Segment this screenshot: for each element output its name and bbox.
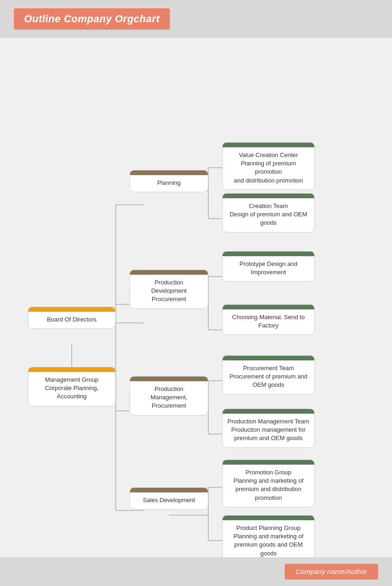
value-label: Value Creation CenterPlanning of premium… <box>223 147 314 189</box>
header: Outline Company Orgchart <box>0 0 392 38</box>
promotion-header-bar <box>223 460 314 465</box>
page-wrapper: Outline Company Orgchart <box>0 0 392 586</box>
planning-header-bar <box>130 170 208 175</box>
planning-label: Planning <box>130 175 208 192</box>
node-board: Board Of Directors <box>28 307 116 329</box>
prototype-label: Prototype Design andImprovement <box>223 256 314 281</box>
product-planning-label: Product Planning GroupPlanning and marke… <box>223 520 314 562</box>
management-header-bar <box>28 367 115 372</box>
header-title-box: Outline Company Orgchart <box>14 8 170 30</box>
footer-label: Company name/Author <box>296 567 367 575</box>
management-label: Management GroupCorporate Planning,Accou… <box>28 372 115 406</box>
node-product-planning: Product Planning GroupPlanning and marke… <box>222 515 315 563</box>
promotion-label: Promotion GroupPlanning and marketing of… <box>223 465 314 507</box>
prod-mgmt-header-bar <box>130 377 208 381</box>
footer: Company name/Author <box>0 557 392 586</box>
prod-team-header-bar <box>223 409 314 414</box>
node-prod-dev: ProductionDevelopmentProcurement <box>130 270 208 309</box>
node-sales: Sales Development <box>130 487 208 510</box>
node-value: Value Creation CenterPlanning of premium… <box>222 142 315 190</box>
sales-header-bar <box>130 488 208 492</box>
prod-team-label: Production Management TeamProduction man… <box>223 414 314 447</box>
product-planning-header-bar <box>223 516 314 520</box>
prod-dev-header-bar <box>130 270 208 275</box>
material-label: Choosing Material, Send toFactory <box>223 309 314 334</box>
board-header-bar <box>28 307 115 312</box>
node-prototype: Prototype Design andImprovement <box>222 251 315 282</box>
node-planning: Planning <box>130 170 208 192</box>
procurement-header-bar <box>223 356 314 360</box>
material-header-bar <box>223 305 314 309</box>
board-label: Board Of Directors <box>28 312 115 328</box>
prod-mgmt-label: ProductionManagement,Procurement <box>130 381 208 415</box>
node-material: Choosing Material, Send toFactory <box>222 304 315 335</box>
value-header-bar <box>223 143 314 147</box>
node-promotion: Promotion GroupPlanning and marketing of… <box>222 460 315 507</box>
procurement-label: Procurement TeamProcurement of premium a… <box>223 360 314 394</box>
prod-dev-label: ProductionDevelopmentProcurement <box>130 275 208 309</box>
node-procurement: Procurement TeamProcurement of premium a… <box>222 355 315 395</box>
creation-label: Creation TeamDesign of premium and OEMgo… <box>223 198 314 232</box>
node-prod-mgmt: ProductionManagement,Procurement <box>130 376 208 416</box>
footer-label-box: Company name/Author <box>285 564 378 580</box>
node-creation: Creation TeamDesign of premium and OEMgo… <box>222 193 315 233</box>
node-management: Management GroupCorporate Planning,Accou… <box>28 367 116 406</box>
page-title: Outline Company Orgchart <box>24 13 160 25</box>
node-prod-team: Production Management TeamProduction man… <box>222 409 315 448</box>
sales-label: Sales Development <box>130 492 208 509</box>
prototype-header-bar <box>223 252 314 256</box>
creation-header-bar <box>223 194 314 198</box>
